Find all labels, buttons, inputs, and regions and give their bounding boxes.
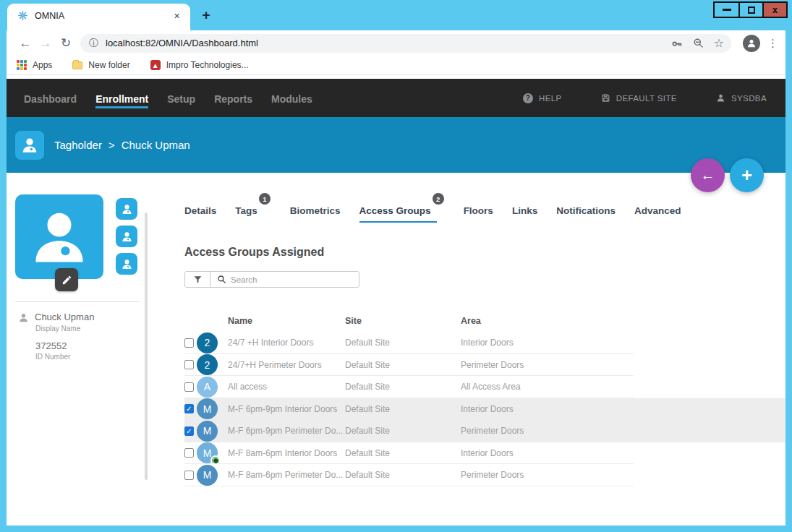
user-menu[interactable]: SYSDBA [716,93,767,103]
profile-photo[interactable] [15,194,103,279]
fab-back-button[interactable]: ← [691,158,725,192]
user-icon [716,93,725,103]
search-input[interactable] [231,275,359,284]
bookmark-new-folder[interactable]: New folder [72,60,129,70]
tab-floors[interactable]: Floors [464,194,493,223]
impro-logo-icon: ▲ [150,60,161,70]
key-icon[interactable] [671,38,683,49]
bookmark-label: Apps [33,60,52,70]
avatar-initial: M [203,403,212,415]
titlebar: OMNIA × + x [0,0,792,30]
row-checkbox[interactable] [184,360,194,369]
tab-tags[interactable]: Tags1 [235,194,263,223]
address-bar[interactable]: ⓘ localhost:82/OMNIA/Dashboard.html ☆ [80,34,731,53]
nav-item-dashboard[interactable]: Dashboard [24,81,77,115]
column-name[interactable]: Name [228,316,345,326]
cell-area: All Access Area [461,382,634,392]
row-checkbox[interactable] [184,382,194,392]
table-row[interactable]: 2 24/7 +H Interior Doors Default Site In… [184,332,785,354]
row-checkbox[interactable] [184,448,194,458]
cell-name: 24/7 +H Interior Doors [228,338,345,348]
new-tab-button[interactable]: + [197,6,216,25]
detail-tabs: Details Tags1 Biometrics Access Groups2 … [184,194,785,223]
cell-site: Default Site [345,404,461,414]
row-checkbox[interactable] [184,471,194,480]
group-avatar: 2 [197,332,218,353]
tab-close-icon[interactable]: × [171,9,183,22]
tab-details[interactable]: Details [184,194,216,223]
browser-menu-icon[interactable]: ⋮ [767,37,778,50]
tab-label: Biometrics [290,205,341,216]
column-site[interactable]: Site [345,316,461,326]
filter-button[interactable] [185,272,210,287]
table-row[interactable]: A All access Default Site All Access Are… [184,376,785,398]
avatar-initial: M [203,425,212,437]
tab-links[interactable]: Links [512,194,537,223]
table-row[interactable]: M M-F 6pm-9pm Perimeter Do... Default Si… [184,420,785,442]
table-row[interactable]: 2 24/7+H Perimeter Doors Default Site Pe… [184,354,785,377]
bookmark-impro[interactable]: ▲ Impro Technologies... [150,60,249,70]
folder-icon [72,61,82,69]
navbar-utilities: ? HELP DEFAULT SITE SYSDBA [523,93,767,103]
search-box [184,271,359,288]
row-checkbox[interactable] [184,426,194,436]
id-number-value: 372552 [35,340,148,351]
reload-icon[interactable]: ↻ [56,35,76,51]
access-groups-table: Name Site Area 2 24/7 +H Interior Doors … [184,310,785,486]
photo-option-3-button[interactable] [116,253,137,275]
nav-item-modules[interactable]: Modules [271,81,312,115]
forward-icon[interactable]: → [35,36,56,51]
photo-option-1-button[interactable] [116,198,137,220]
tab-biometrics[interactable]: Biometrics [290,194,341,223]
main-panel: Details Tags1 Biometrics Access Groups2 … [148,173,785,525]
photo-option-2-button[interactable] [116,226,137,247]
edit-photo-button[interactable] [55,268,78,291]
minimize-icon [723,9,731,11]
breadcrumb-current: Chuck Upman [122,139,190,151]
zoom-out-icon[interactable] [693,38,704,48]
url-text[interactable]: localhost:82/OMNIA/Dashboard.html [106,38,661,48]
table-row[interactable]: M M-F 8am-6pm Interior Doors Default Sit… [184,442,785,465]
nav-item-enrollment[interactable]: Enrollment [95,81,148,115]
row-checkbox[interactable] [184,338,194,348]
fab-add-button[interactable]: + [730,158,764,192]
bookmark-label: Impro Technologies... [166,60,249,70]
maximize-button[interactable] [738,3,762,17]
breadcrumb-root[interactable]: Tagholder [54,139,102,151]
table-header: Name Site Area [184,310,785,332]
tab-advanced[interactable]: Advanced [634,194,681,223]
avatar-initial: 2 [205,359,210,371]
tab-notifications[interactable]: Notifications [556,194,616,223]
nav-item-setup[interactable]: Setup [167,81,195,115]
bookmark-star-icon[interactable]: ☆ [714,36,724,50]
bookmark-apps[interactable]: Apps [17,60,52,70]
column-area[interactable]: Area [461,316,634,326]
group-avatar: A [197,377,218,398]
site-selector[interactable]: DEFAULT SITE [601,93,677,103]
close-button[interactable]: x [762,3,786,17]
cell-site: Default Site [345,382,461,392]
sidebar-scrollbar[interactable] [145,213,148,480]
table-row[interactable]: M M-F 8am-6pm Perimeter Do... Default Si… [184,464,785,486]
cell-site: Default Site [345,448,461,458]
minimize-button[interactable] [715,3,738,17]
cell-name: All access [228,382,345,392]
browser-tab[interactable]: OMNIA × [7,4,190,30]
page-info-icon[interactable]: ⓘ [89,37,98,50]
person-icon [18,312,29,323]
app-navbar: Dashboard Enrollment Setup Reports Modul… [7,79,785,117]
breadcrumb-separator: > [108,139,115,151]
nav-item-reports[interactable]: Reports [214,81,252,115]
pencil-icon [61,275,72,286]
main-menu: Dashboard Enrollment Setup Reports Modul… [24,81,312,115]
site-label: DEFAULT SITE [616,94,677,103]
tab-access-groups[interactable]: Access Groups2 [359,194,437,223]
back-icon[interactable]: ← [15,36,35,51]
floppy-icon [601,93,610,103]
photo-actions [116,198,137,275]
page-banner: Tagholder > Chuck Upman [7,117,785,173]
browser-profile-icon[interactable] [743,35,760,52]
help-button[interactable]: ? HELP [523,93,562,103]
row-checkbox[interactable] [184,404,194,413]
table-row[interactable]: M M-F 6pm-9pm Interior Doors Default Sit… [184,398,785,421]
